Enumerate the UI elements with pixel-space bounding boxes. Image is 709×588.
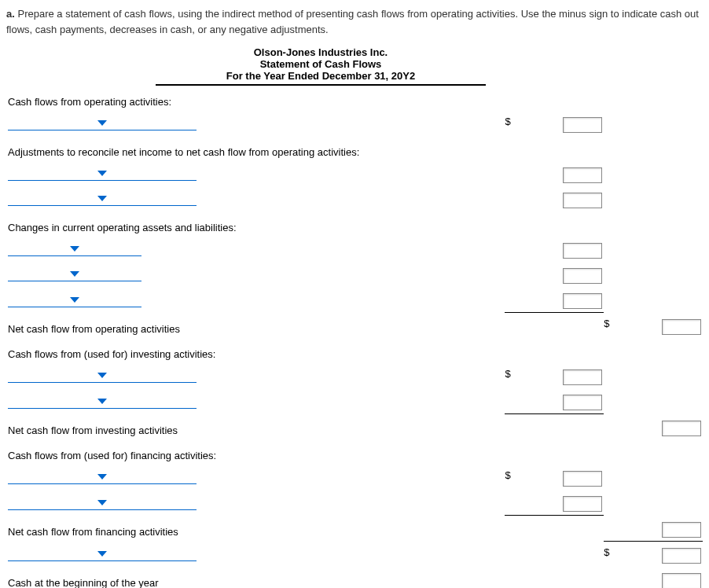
chevron-down-icon [97,120,107,126]
input-fin-2[interactable] [563,496,602,512]
statement-title: Statement of Cash Flows [156,58,486,70]
cash-begin-label: Cash at the beginning of the year [6,567,505,589]
chevron-down-icon [97,474,107,480]
adjustments-label: Adjustments to reconcile net income to n… [6,136,505,161]
input-fin-1[interactable] [563,471,602,487]
input-chg-1[interactable] [563,243,602,259]
input-chg-2[interactable] [563,268,602,284]
input-op-1[interactable] [563,117,602,133]
chevron-down-icon [97,196,107,201]
input-change-cash[interactable] [662,548,701,564]
input-cash-begin[interactable] [662,573,701,589]
chevron-down-icon [70,271,79,277]
dollar-sign: $ [604,318,609,329]
dollar-sign: $ [505,469,510,481]
chevron-down-icon [70,246,79,252]
part-a-prompt: a. Prepare a statement of cash flows, us… [6,6,703,37]
financing-header: Cash flows from (used for) financing act… [6,439,505,465]
dropdown-adj-1[interactable] [8,166,197,181]
investing-header: Cash flows from (used for) investing act… [6,338,505,363]
dollar-sign: $ [604,546,609,558]
operating-header: Cash flows from operating activities: [6,86,505,111]
dropdown-fin-2[interactable] [8,495,197,510]
statement-period: For the Year Ended December 31, 20Y2 [156,70,486,86]
input-inv-2[interactable] [563,395,602,410]
input-net-op[interactable] [662,319,701,335]
part-a-text: Prepare a statement of cash flows, using… [6,8,699,35]
dropdown-chg-3[interactable] [8,292,141,307]
changes-label: Changes in current operating assets and … [6,211,505,237]
input-chg-3[interactable] [563,293,602,309]
chevron-down-icon [97,373,107,378]
net-op-label: Net cash flow from operating activities [6,313,505,339]
dropdown-adj-2[interactable] [8,191,197,206]
dropdown-chg-1[interactable] [8,241,141,256]
dropdown-inv-1[interactable] [8,368,197,383]
dropdown-chg-2[interactable] [8,266,141,281]
chevron-down-icon [97,500,107,505]
dollar-sign: $ [505,368,510,380]
company-name: Olson-Jones Industries Inc. [156,46,486,58]
net-inv-label: Net cash flow from investing activities [6,414,505,440]
net-fin-label: Net cash flow from financing activities [6,516,505,542]
input-inv-1[interactable] [563,369,602,385]
dropdown-inv-2[interactable] [8,394,197,409]
dropdown-change-cash[interactable] [8,546,197,561]
part-a-label: a. [6,8,15,20]
input-adj-2[interactable] [563,193,602,208]
dollar-sign: $ [505,116,510,127]
chevron-down-icon [97,551,107,557]
input-net-inv[interactable] [662,421,701,436]
dropdown-fin-1[interactable] [8,469,197,484]
input-adj-1[interactable] [563,167,602,183]
input-net-fin[interactable] [662,522,701,538]
dropdown-op-1[interactable] [8,116,197,130]
chevron-down-icon [70,297,79,303]
chevron-down-icon [97,171,107,176]
chevron-down-icon [97,399,107,404]
